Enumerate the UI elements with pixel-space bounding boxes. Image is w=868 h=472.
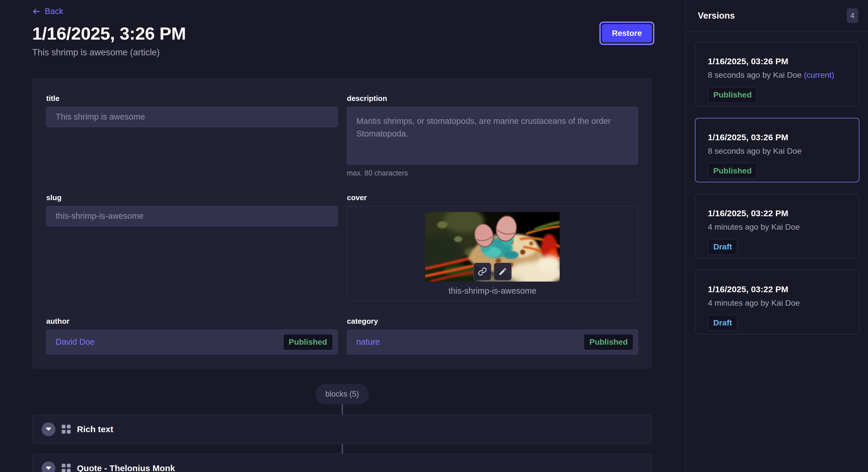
version-date: 1/16/2025, 03:22 PM: [708, 208, 847, 218]
version-meta-text: 8 seconds ago by Kai Doe: [708, 146, 802, 156]
category-label: category: [347, 317, 639, 326]
cover-actions: [473, 263, 512, 280]
back-arrow-icon: [32, 7, 41, 16]
blocks-connector: [342, 404, 343, 415]
drag-handle-icon[interactable]: [62, 464, 71, 472]
version-meta-text: 4 minutes ago by Kai Doe: [708, 299, 800, 307]
back-link[interactable]: Back: [32, 7, 63, 16]
title-label: title: [46, 94, 338, 103]
collapse-toggle-button[interactable]: [42, 423, 55, 436]
version-card[interactable]: 1/16/2025, 03:26 PM 8 seconds ago by Kai…: [695, 42, 859, 106]
field-title: title: [46, 94, 338, 177]
cover-card: this-shrimp-is-awesome: [347, 206, 639, 301]
block-row-rich-text[interactable]: Rich text: [32, 415, 652, 444]
version-card[interactable]: 1/16/2025, 03:22 PM 4 minutes ago by Kai…: [695, 270, 859, 334]
block-label: Quote - Thelonius Monk: [77, 463, 175, 472]
cover-link-button[interactable]: [473, 263, 491, 280]
versions-list: 1/16/2025, 03:26 PM 8 seconds ago by Kai…: [686, 32, 868, 345]
author-relation-box: David Doe Published: [46, 330, 338, 355]
status-badge: Published: [584, 334, 633, 350]
chevron-down-icon: [45, 427, 51, 431]
restore-focus-ring: Restore: [599, 22, 654, 45]
block-label: Rich text: [77, 425, 113, 434]
version-card[interactable]: 1/16/2025, 03:22 PM 4 minutes ago by Kai…: [695, 194, 859, 258]
description-helper: max. 80 characters: [347, 169, 639, 177]
field-slug: slug: [46, 193, 338, 301]
field-description: description Mantis shrimps, or stomatopo…: [347, 94, 639, 177]
version-meta-text: 8 seconds ago by Kai Doe: [708, 71, 802, 79]
collapse-toggle-button[interactable]: [42, 461, 55, 472]
category-link[interactable]: nature: [356, 337, 380, 347]
version-meta: 8 seconds ago by Kai Doe (current): [708, 71, 847, 80]
cover-media: [425, 212, 560, 281]
status-badge: Draft: [708, 315, 737, 331]
version-current-flag: (current): [804, 71, 834, 79]
title-input: [46, 107, 338, 127]
versions-header: Versions 4: [686, 0, 868, 32]
category-relation-box: nature Published: [347, 330, 639, 355]
chevron-down-icon: [45, 466, 51, 470]
version-form-panel: title description Mantis shrimps, or sto…: [32, 78, 652, 369]
pencil-icon: [498, 267, 507, 276]
status-badge: Published: [283, 334, 333, 350]
restore-button[interactable]: Restore: [602, 24, 652, 42]
blocks-connector: [342, 444, 343, 453]
status-badge: Published: [708, 163, 757, 179]
version-date: 1/16/2025, 03:22 PM: [708, 284, 847, 294]
author-link[interactable]: David Doe: [56, 337, 94, 347]
author-label: author: [46, 317, 338, 326]
main-content: Back 1/16/2025, 3:26 PM This shrimp is a…: [0, 0, 686, 472]
status-badge: Published: [708, 87, 757, 103]
page-title: 1/16/2025, 3:26 PM: [32, 24, 652, 43]
versions-sidebar: Versions 4 1/16/2025, 03:26 PM 8 seconds…: [686, 0, 868, 472]
status-badge: Draft: [708, 239, 737, 255]
link-icon: [477, 267, 487, 276]
cover-label: cover: [347, 193, 639, 202]
back-label: Back: [45, 7, 63, 16]
version-date: 1/16/2025, 03:26 PM: [708, 57, 847, 66]
versions-count-badge: 4: [847, 8, 858, 23]
cover-caption: this-shrimp-is-awesome: [448, 286, 536, 296]
version-meta-text: 4 minutes ago by Kai Doe: [708, 223, 800, 231]
field-cover: cover: [347, 193, 639, 301]
version-card[interactable]: 1/16/2025, 03:26 PM 8 seconds ago by Kai…: [695, 118, 859, 182]
versions-title: Versions: [698, 11, 735, 21]
version-meta: 8 seconds ago by Kai Doe: [708, 146, 847, 156]
description-label: description: [347, 94, 639, 103]
slug-label: slug: [46, 193, 338, 202]
description-textarea: Mantis shrimps, or stomatopods, are mari…: [347, 107, 639, 164]
version-meta: 4 minutes ago by Kai Doe: [708, 223, 847, 232]
version-meta: 4 minutes ago by Kai Doe: [708, 299, 847, 308]
cover-edit-button[interactable]: [494, 263, 512, 280]
blocks-zone: blocks (5) Rich text Quote - Thelonius M…: [32, 384, 652, 472]
field-category: category nature Published: [347, 317, 639, 355]
blocks-pill: blocks (5): [315, 384, 369, 404]
page-subtitle: This shrimp is awesome (article): [32, 47, 652, 58]
drag-handle-icon[interactable]: [62, 425, 71, 434]
version-date: 1/16/2025, 03:26 PM: [708, 133, 847, 142]
slug-input: [46, 206, 338, 226]
block-row-quote[interactable]: Quote - Thelonius Monk: [32, 453, 652, 472]
field-author: author David Doe Published: [46, 317, 338, 355]
